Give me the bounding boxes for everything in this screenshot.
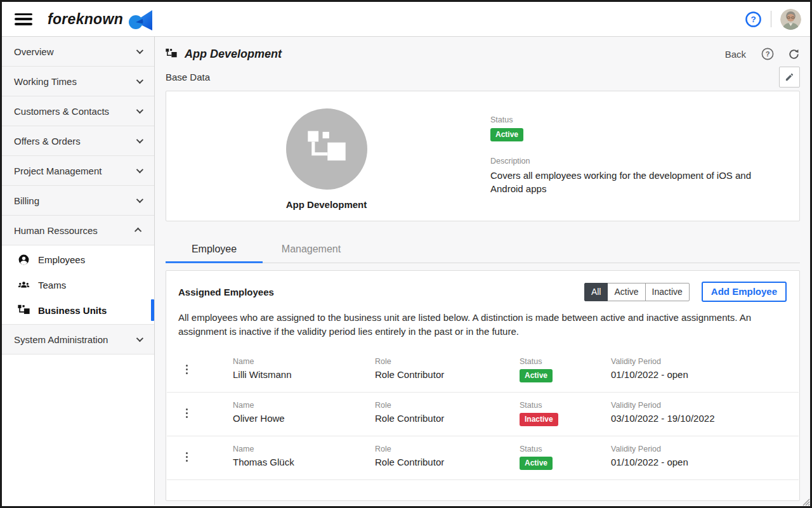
sidebar-sublabel: Teams <box>38 280 66 290</box>
column-label: Status <box>520 401 611 410</box>
sidebar-item-working-times[interactable]: Working Times <box>2 67 154 96</box>
description-text: Covers all employees working for the dev… <box>490 169 780 195</box>
sidebar-item-project-management[interactable]: Project Management <box>2 156 154 186</box>
description-label: Description <box>490 157 780 166</box>
employee-name: Thomas Glück <box>233 457 294 467</box>
sidebar-item-teams[interactable]: Teams <box>2 272 154 297</box>
edit-button[interactable] <box>779 67 800 88</box>
sidebar-item-employees[interactable]: Employees <box>2 247 154 272</box>
org-chart-icon <box>166 48 177 60</box>
employee-role: Role Contributor <box>375 457 444 467</box>
org-chart-icon <box>18 304 30 316</box>
status-cell: Status Active <box>520 444 611 470</box>
column-label: Status <box>520 445 611 453</box>
sidebar-item-system-administration[interactable]: System Administration <box>2 325 154 355</box>
resize-grip-icon[interactable] <box>801 497 810 506</box>
row-actions-menu[interactable] <box>167 400 233 418</box>
sidebar-item-overview[interactable]: Overview <box>2 37 154 67</box>
validity-period: 01/10/2022 - open <box>611 457 688 467</box>
page-header: App Development Back ? <box>166 37 800 65</box>
column-label: Role <box>375 357 520 366</box>
column-label: Name <box>233 445 375 453</box>
kebab-icon <box>186 452 188 462</box>
status-cell: Status Active <box>520 356 611 382</box>
name-cell: Name Oliver Howe <box>233 400 375 424</box>
name-cell: Name Lilli Witsmann <box>233 356 375 381</box>
name-cell: Name Thomas Glück <box>233 444 375 468</box>
validity-cell: Validity Period 01/10/2022 - open <box>611 356 799 381</box>
active-item-indicator <box>151 299 154 321</box>
person-circle-icon <box>18 254 30 266</box>
column-label: Role <box>375 445 520 453</box>
table-row[interactable]: Name Thomas Glück Role Role Contributor … <box>167 436 799 480</box>
chevron-up-icon <box>134 228 141 235</box>
sidebar-label: Human Ressources <box>14 225 98 236</box>
row-actions-menu[interactable] <box>167 356 233 374</box>
column-label: Validity Period <box>611 357 799 366</box>
topbar-divider <box>771 11 771 27</box>
validity-period: 01/10/2022 - open <box>611 369 688 380</box>
group-icon <box>18 279 30 291</box>
role-cell: Role Role Contributor <box>375 356 520 381</box>
foreknown-logo-icon <box>128 10 153 32</box>
tab-management[interactable]: Management <box>263 238 360 263</box>
sidebar-item-offers-orders[interactable]: Offers & Orders <box>2 126 154 156</box>
panel-title: Assigned Employees <box>178 287 584 297</box>
sidebar-label: Billing <box>14 195 39 206</box>
filter-active-button[interactable]: Active <box>607 283 645 301</box>
status-badge: Active <box>520 369 553 382</box>
hamburger-menu-icon[interactable] <box>15 13 32 25</box>
validity-cell: Validity Period 01/10/2022 - open <box>611 444 799 468</box>
sidebar-label: Overview <box>14 46 54 57</box>
status-badge: Inactive <box>520 413 558 426</box>
foreknown-logo-text: foreknown <box>48 11 123 28</box>
role-cell: Role Role Contributor <box>375 444 520 468</box>
org-chart-icon <box>307 129 346 169</box>
user-avatar[interactable] <box>780 9 801 30</box>
employee-role: Role Contributor <box>375 369 444 380</box>
back-button[interactable]: Back <box>725 49 746 60</box>
sidebar-sublabel: Employees <box>38 254 85 265</box>
tab-employee[interactable]: Employee <box>166 238 263 263</box>
column-label: Validity Period <box>611 401 799 410</box>
employee-name: Oliver Howe <box>233 413 285 424</box>
sidebar-label: Customers & Contacts <box>14 106 109 117</box>
employee-rows: Name Lilli Witsmann Role Role Contributo… <box>166 349 799 480</box>
chevron-down-icon <box>136 47 143 54</box>
panel-header: Assigned Employees All Active Inactive A… <box>166 271 799 302</box>
refresh-icon[interactable] <box>788 48 800 60</box>
sidebar-label: Working Times <box>14 76 77 87</box>
svg-text:?: ? <box>750 15 756 24</box>
chevron-down-icon <box>136 77 143 84</box>
sidebar-item-customers-contacts[interactable]: Customers & Contacts <box>2 96 154 126</box>
chevron-down-icon <box>136 335 143 342</box>
status-filter-group: All Active Inactive <box>584 283 690 301</box>
sidebar-item-business-units[interactable]: Business Units <box>2 297 154 323</box>
filter-inactive-button[interactable]: Inactive <box>645 283 690 301</box>
help-circle-icon[interactable]: ? <box>745 11 762 28</box>
column-label: Name <box>233 357 375 366</box>
unit-identity: App Development <box>166 91 487 221</box>
column-label: Status <box>520 357 611 366</box>
page-title: App Development <box>185 48 282 61</box>
sidebar-item-billing[interactable]: Billing <box>2 186 154 216</box>
table-row[interactable]: Name Lilli Witsmann Role Role Contributo… <box>167 349 799 393</box>
kebab-icon <box>186 408 188 418</box>
business-unit-avatar <box>286 108 367 190</box>
row-actions-menu[interactable] <box>167 444 233 462</box>
sidebar-item-human-ressources[interactable]: Human Ressources <box>2 216 154 245</box>
svg-text:?: ? <box>766 50 770 58</box>
base-data-header: Base Data <box>166 67 800 88</box>
assigned-employees-panel: Assigned Employees All Active Inactive A… <box>166 270 800 501</box>
filter-all-button[interactable]: All <box>584 283 608 301</box>
chevron-down-icon <box>136 136 143 143</box>
column-label: Role <box>375 401 520 410</box>
add-employee-button[interactable]: Add Employee <box>702 282 787 302</box>
employee-role: Role Contributor <box>375 413 444 424</box>
panel-description: All employees who are assigned to the bu… <box>166 302 799 338</box>
table-row[interactable]: Name Oliver Howe Role Role Contributor S… <box>167 393 799 436</box>
chevron-down-icon <box>136 107 143 114</box>
column-label: Name <box>233 401 375 410</box>
chevron-down-icon <box>136 166 143 173</box>
help-icon[interactable]: ? <box>761 48 774 60</box>
